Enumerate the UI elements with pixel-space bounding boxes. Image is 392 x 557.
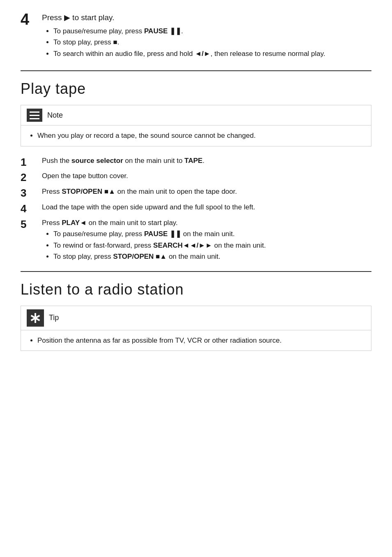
tape-label: TAPE [184, 157, 203, 165]
tip-bullet-list: Position the antenna as far as possible … [37, 335, 364, 346]
note-body: When you play or record a tape, the soun… [21, 125, 371, 146]
top-step-number: 4 [21, 12, 42, 27]
note-bullet-1: When you play or record a tape, the soun… [37, 130, 364, 141]
asterisk-icon [29, 312, 42, 324]
pause-label-5: PAUSE ❚❚ [144, 230, 181, 238]
search-label-5: SEARCH◄◄/►► [153, 241, 212, 249]
top-bullet-2: To stop play, press ■. [53, 37, 371, 48]
top-step-content: Press ▶ to start play. To pause/resume p… [42, 12, 371, 60]
top-bullet-list: To pause/resume play, press PAUSE ❚❚. To… [53, 26, 371, 59]
note-box: Note When you play or record a tape, the… [21, 105, 371, 146]
top-step-row: 4 Press ▶ to start play. To pause/resume… [21, 12, 371, 60]
step-3-text: Press STOP/OPEN ■▲ on the main unit to o… [42, 186, 371, 197]
step-4-num: 4 [21, 202, 42, 216]
play-label: PLAY◄ [62, 219, 87, 227]
step-5-bullet-3: To stop play, press STOP/OPEN ■▲ on the … [53, 251, 371, 262]
step-4: 4 Load the tape with the open side upwar… [21, 202, 371, 216]
step-2-text: Open the tape button cover. [42, 171, 371, 181]
stop-open-label-3: STOP/OPEN ■▲ [62, 188, 115, 195]
step-1-text: Push the source selector on the main uni… [42, 155, 371, 166]
note-icon-line3 [30, 118, 39, 119]
note-label: Note [47, 111, 63, 120]
tip-label: Tip [49, 313, 59, 322]
tip-bullet-1: Position the antenna as far as possible … [37, 335, 364, 346]
step-5: 5 Press PLAY◄ on the main unit to start … [21, 218, 371, 263]
tip-body: Position the antenna as far as possible … [21, 330, 371, 351]
step-1: 1 Push the source selector on the main u… [21, 155, 371, 169]
step-5-bullet-2: To rewind or fast-forward, press SEARCH◄… [53, 240, 371, 251]
step-5-bullets: To pause/resume play, press PAUSE ❚❚ on … [53, 229, 371, 262]
step-2-num: 2 [21, 171, 42, 185]
section-divider-1 [21, 271, 371, 272]
note-bullet-list: When you play or record a tape, the soun… [37, 130, 364, 141]
note-header: Note [21, 105, 371, 125]
top-bullet-1: To pause/resume play, press PAUSE ❚❚. [53, 26, 371, 37]
top-step-main: Press ▶ to start play. [42, 12, 371, 23]
step-3-num: 3 [21, 186, 42, 200]
step-2: 2 Open the tape button cover. [21, 171, 371, 185]
step-5-text: Press PLAY◄ on the main unit to start pl… [42, 218, 371, 263]
tip-icon [27, 309, 44, 327]
step-3: 3 Press STOP/OPEN ■▲ on the main unit to… [21, 186, 371, 200]
note-icon-line1 [30, 111, 39, 113]
step-5-num: 5 [21, 218, 42, 232]
page: 4 Press ▶ to start play. To pause/resume… [0, 0, 392, 376]
step-1-num: 1 [21, 155, 42, 169]
source-selector-label: source selector [71, 157, 123, 165]
step-5-bullet-1: To pause/resume play, press PAUSE ❚❚ on … [53, 229, 371, 239]
steps-section: 1 Push the source selector on the main u… [21, 155, 371, 263]
note-icon [27, 109, 42, 122]
stop-label: ■ [113, 38, 117, 46]
radio-section: Listen to a radio station Tip [21, 281, 371, 351]
stop-open-label-5: STOP/OPEN ■▲ [113, 253, 167, 260]
play-tape-title: Play tape [21, 80, 371, 97]
tip-header: Tip [21, 306, 371, 330]
pause-label: PAUSE ❚❚ [144, 27, 181, 35]
search-label: ◄/► [195, 50, 210, 58]
step-4-text: Load the tape with the open side upward … [42, 202, 371, 213]
tip-box: Tip Position the antenna as far as possi… [21, 306, 371, 351]
top-bullet-3: To search within an audio file, press an… [53, 49, 371, 59]
note-icon-line2 [30, 115, 39, 116]
top-section: 4 Press ▶ to start play. To pause/resume… [21, 12, 371, 71]
radio-title: Listen to a radio station [21, 281, 371, 298]
play-tape-section: Play tape Note When you play or record a… [21, 80, 371, 263]
